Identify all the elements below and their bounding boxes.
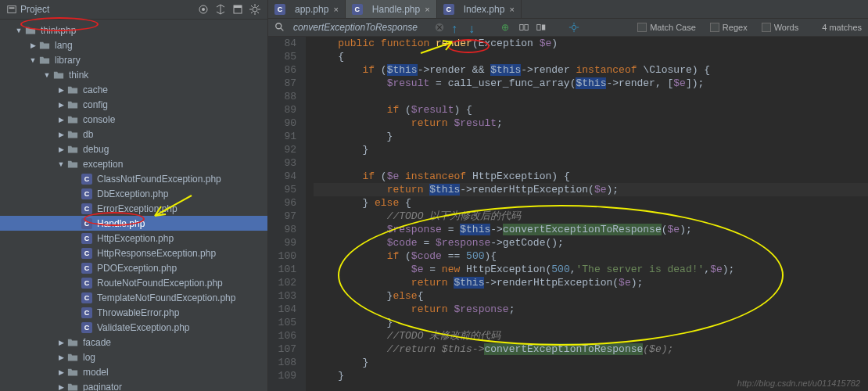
folder-icon <box>53 70 64 81</box>
tree-folder[interactable]: ▼thinkphp <box>0 23 267 38</box>
code-editor[interactable]: 8485868788899091929394959697989910010110… <box>268 37 868 391</box>
tree-item-label: ClassNotFoundException.php <box>97 174 221 185</box>
tree-file[interactable]: CHttpResponseException.php <box>0 246 267 260</box>
tree-folder[interactable]: ▼library <box>0 52 267 67</box>
chevron-right-icon[interactable]: ▶ <box>56 382 66 392</box>
chevron-down-icon[interactable]: ▼ <box>42 70 52 80</box>
filter-gear-icon[interactable] <box>569 22 579 33</box>
editor-tabs: Capp.php×CHandle.php×CIndex.php× <box>268 0 868 19</box>
project-title: Project <box>20 4 49 15</box>
php-file-icon: C <box>81 292 92 303</box>
next-match-icon[interactable]: ↓ <box>468 22 479 33</box>
collapse-icon[interactable] <box>197 3 210 16</box>
add-selection-icon[interactable]: ⊕ <box>501 22 512 33</box>
chevron-right-icon[interactable]: ▶ <box>56 85 66 95</box>
line-gutter: 8485868788899091929394959697989910010110… <box>268 37 306 391</box>
php-file-icon: C <box>81 307 92 318</box>
tree-file[interactable]: CValidateException.php <box>0 320 267 335</box>
tree-folder[interactable]: ▶paginator <box>0 379 267 391</box>
folder-icon <box>67 129 78 140</box>
search-input[interactable]: convertExceptionToResponse <box>293 22 426 33</box>
editor-tab[interactable]: CIndex.php× <box>437 0 522 18</box>
editor-tab[interactable]: CHandle.php× <box>346 0 437 18</box>
tree-folder[interactable]: ▼think <box>0 67 267 82</box>
editor-main: Capp.php×CHandle.php×CIndex.php× convert… <box>268 0 868 391</box>
project-icon <box>6 4 17 15</box>
tree-folder[interactable]: ▶cache <box>0 82 267 97</box>
prev-match-icon[interactable]: ↑ <box>451 22 462 33</box>
php-file-icon: C <box>81 174 92 185</box>
tree-file[interactable]: CTemplateNotFoundException.php <box>0 290 267 305</box>
php-file-icon: C <box>81 278 92 289</box>
hide-icon[interactable] <box>231 3 244 16</box>
tree-item-label: config <box>83 99 108 110</box>
tree-folder[interactable]: ▶facade <box>0 335 267 350</box>
svg-rect-10 <box>520 25 523 30</box>
close-tab-icon[interactable]: × <box>425 5 429 14</box>
close-search-icon[interactable] <box>434 22 445 33</box>
words-checkbox[interactable]: Words <box>762 23 799 32</box>
chevron-right-icon[interactable]: ▶ <box>56 368 66 377</box>
tree-item-label: thinkphp <box>41 25 76 36</box>
chevron-right-icon[interactable]: ▶ <box>56 353 66 362</box>
tree-file[interactable]: CThrowableError.php <box>0 305 267 320</box>
chevron-right-icon[interactable]: ▶ <box>28 41 38 50</box>
tree-item-label: library <box>55 55 81 66</box>
folder-icon <box>67 159 78 170</box>
close-tab-icon[interactable]: × <box>509 5 514 14</box>
tree-file[interactable]: CHttpException.php <box>0 231 267 246</box>
unselect-icon[interactable] <box>536 22 547 33</box>
svg-rect-12 <box>537 25 540 30</box>
tree-folder[interactable]: ▶lang <box>0 38 267 52</box>
tree-folder[interactable]: ▶model <box>0 364 267 379</box>
match-case-checkbox[interactable]: Match Case <box>637 23 696 32</box>
folder-icon <box>67 367 78 378</box>
search-icon <box>274 22 285 33</box>
regex-checkbox[interactable]: Regex <box>710 23 748 32</box>
tab-label: Index.php <box>464 4 505 15</box>
project-sidebar: Project ▼thinkphp▶lang▼library▼think▶cac… <box>0 0 268 391</box>
chevron-down-icon[interactable]: ▼ <box>14 26 23 35</box>
tree-folder[interactable]: ▶db <box>0 127 267 142</box>
chevron-right-icon[interactable]: ▶ <box>56 115 66 124</box>
tree-file[interactable]: CPDOException.php <box>0 260 267 275</box>
tree-folder[interactable]: ▶debug <box>0 142 267 156</box>
chevron-right-icon[interactable]: ▶ <box>56 100 66 109</box>
folder-icon <box>67 114 78 125</box>
tree-folder[interactable]: ▶log <box>0 350 267 364</box>
tree-file[interactable]: CDbException.php <box>0 186 267 201</box>
folder-icon <box>67 144 78 155</box>
watermark: http://blog.csdn.net/u011415782 <box>737 378 860 388</box>
tree-item-label: think <box>69 70 88 81</box>
tree-item-label: model <box>83 367 109 378</box>
tree-item-label: ValidateException.php <box>97 322 190 333</box>
tree-file[interactable]: CRouteNotFoundException.php <box>0 275 267 290</box>
tree-item-label: facade <box>83 337 111 348</box>
tree-item-label: Handle.php <box>97 218 145 229</box>
editor-tab[interactable]: Capp.php× <box>268 0 346 18</box>
chevron-right-icon[interactable]: ▶ <box>56 338 66 347</box>
chevron-down-icon[interactable]: ▼ <box>28 56 38 65</box>
tree-file[interactable]: CHandle.php <box>0 216 267 231</box>
php-file-icon: C <box>81 188 92 199</box>
gear-icon[interactable] <box>249 3 261 16</box>
tree-folder[interactable]: ▶config <box>0 97 267 112</box>
php-file-icon: C <box>352 4 363 15</box>
php-file-icon: C <box>81 218 92 229</box>
tree-item-label: RouteNotFoundException.php <box>97 278 223 289</box>
project-tree[interactable]: ▼thinkphp▶lang▼library▼think▶cache▶confi… <box>0 20 267 391</box>
tree-item-label: log <box>83 352 95 363</box>
tree-folder[interactable]: ▼exception <box>0 156 267 171</box>
divide-icon[interactable] <box>214 3 227 16</box>
close-tab-icon[interactable]: × <box>333 5 338 14</box>
tree-item-label: exception <box>83 159 123 170</box>
select-all-icon[interactable] <box>518 22 529 33</box>
chevron-right-icon[interactable]: ▶ <box>56 145 66 154</box>
tree-file[interactable]: CClassNotFoundException.php <box>0 171 267 186</box>
chevron-down-icon[interactable]: ▼ <box>56 160 66 169</box>
tree-folder[interactable]: ▶console <box>0 112 267 127</box>
code-area[interactable]: public function render(Exception $e) { i… <box>306 37 868 391</box>
chevron-right-icon[interactable]: ▶ <box>56 130 66 139</box>
tree-file[interactable]: CErrorException.php <box>0 201 267 216</box>
tree-item-label: TemplateNotFoundException.php <box>97 292 235 303</box>
